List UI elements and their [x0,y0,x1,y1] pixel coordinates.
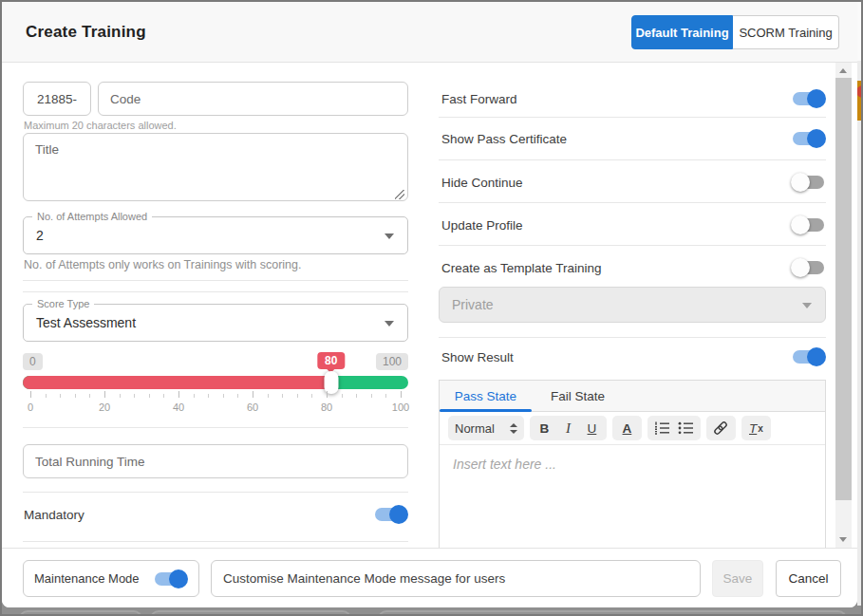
create-training-modal: Create Training Default Training SCORM T… [2,2,857,607]
toggle-thumb [389,505,408,524]
bold-icon[interactable]: B [533,417,556,439]
scroll-down-icon[interactable] [839,537,847,542]
right-column: Fast Forward Show Pass Certificate [439,63,826,548]
cancel-button[interactable]: Cancel [776,560,841,597]
backdrop-red-badge [857,85,861,98]
paragraph-format-dropdown[interactable]: Normal [448,416,524,440]
list-group [647,416,701,440]
tab-scorm-training[interactable]: SCORM Training [733,15,839,49]
save-button[interactable]: Save [712,560,763,597]
editor-placeholder: Insert text here ... [453,457,556,472]
chevron-down-icon [385,233,394,239]
screen: Create Training Default Training SCORM T… [0,0,863,616]
modal-footer: Maintenance Mode Save Cancel [2,548,857,607]
text-style-group: B I U [530,416,607,440]
visibility-select-disabled: Private [439,287,826,323]
slider-tick-label: 0 [28,401,33,413]
slider-minor-ticks [30,394,401,398]
show-result-toggle[interactable] [791,347,826,366]
text-color-icon[interactable]: A [615,417,639,439]
tab-pass-state[interactable]: Pass State [440,381,532,411]
divider [23,280,408,281]
chevron-down-icon [385,321,394,327]
code-prefix: 21885- [23,82,91,116]
underline-icon[interactable]: U [580,417,604,439]
maintenance-mode-toggle[interactable] [153,569,188,588]
slider-tick [327,391,328,398]
ordered-list-icon[interactable] [650,417,674,439]
scroll-up-icon[interactable] [839,68,847,73]
page-title: Create Training [26,23,146,42]
backdrop-card [150,610,351,616]
show-pass-certificate-label: Show Pass Certificate [441,132,567,146]
toggle-thumb [791,173,810,192]
show-pass-certificate-toggle[interactable] [791,129,826,148]
slider-fill [23,376,331,389]
slider-tick [104,391,105,398]
divider [23,492,408,493]
vertical-scrollbar[interactable] [835,63,852,548]
divider [23,541,408,542]
create-as-template-label: Create as Template Training [441,261,602,275]
slider-tick [178,391,179,398]
editor-content-area[interactable]: Insert text here ... [440,445,825,548]
slider-tick-label: 60 [247,401,258,413]
toggle-thumb [791,258,810,277]
resize-grip-icon[interactable] [395,190,404,199]
slider-track[interactable] [23,376,408,389]
scrollbar-thumb[interactable] [835,78,852,500]
create-as-template-toggle[interactable] [791,258,826,277]
tab-fail-state[interactable]: Fail State [532,381,624,411]
divider [439,337,826,338]
code-row: 21885- [23,82,408,116]
attempts-value: 2 [36,228,44,243]
update-profile-label: Update Profile [441,218,523,233]
fast-forward-row: Fast Forward [441,82,826,116]
clear-formatting-icon[interactable]: Tx [744,417,768,439]
attempts-helper-text: No. of Attempts only works on Trainings … [24,258,302,271]
editor-tabbar: Pass State Fail State [440,381,825,412]
attempts-select[interactable]: No. of Attempts Allowed 2 [23,216,408,254]
active-tab-indicator [440,409,532,412]
slider-tick [30,391,31,398]
score-type-select[interactable]: Score Type Test Assessment [23,304,408,342]
code-helper-text: Maximum 20 characters allowed. [24,120,177,131]
link-icon[interactable] [709,417,733,439]
link-group [706,416,736,440]
divider [439,202,826,203]
slider-tick [253,391,253,398]
divider [439,159,826,160]
mandatory-row: Mandatory [24,497,408,532]
toggle-thumb [169,569,188,588]
maintenance-message-input[interactable] [211,560,701,597]
tab-default-training[interactable]: Default Training [631,15,733,49]
paragraph-format-value: Normal [455,421,495,436]
slider-tick-label: 100 [392,401,409,413]
mandatory-toggle[interactable] [373,505,408,524]
fast-forward-toggle[interactable] [791,89,826,108]
toggle-thumb [807,89,826,108]
result-message-editor: Pass State Fail State Normal B I U [439,380,826,548]
divider [23,427,408,428]
italic-icon[interactable]: I [556,417,580,439]
score-type-label: Score Type [32,298,94,309]
hide-continue-label: Hide Continue [441,176,523,190]
total-running-time-input[interactable] [23,444,408,478]
show-pass-certificate-row: Show Pass Certificate [441,121,826,156]
backdrop-card [378,610,847,616]
show-result-row: Show Result [441,340,826,374]
backdrop-right-strip [857,2,861,606]
divider [23,291,408,292]
slider-tick [401,391,402,398]
title-textarea[interactable] [23,133,408,201]
update-profile-row: Update Profile [441,208,826,242]
toggle-thumb [807,347,826,366]
hide-continue-toggle[interactable] [791,173,826,192]
update-profile-toggle[interactable] [791,215,826,234]
updown-arrows-icon [510,423,517,434]
code-input[interactable] [98,82,408,116]
editor-toolbar: Normal B I U A [440,412,825,445]
maintenance-mode-box: Maintenance Mode [23,560,199,597]
bullet-list-icon[interactable] [674,417,698,439]
show-result-label: Show Result [441,350,514,364]
